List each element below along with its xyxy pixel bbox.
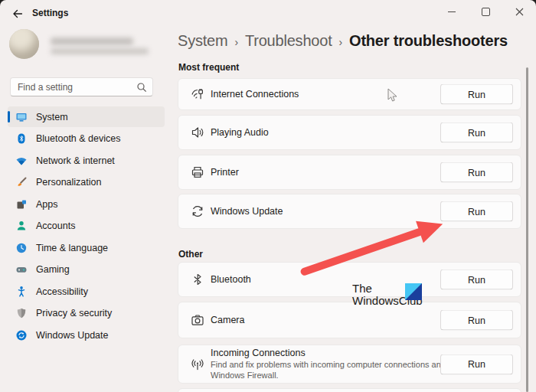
row-text: Incoming Connections Find and fix proble…	[211, 348, 456, 381]
shield-icon	[15, 307, 28, 319]
sidebar-item-windows-update[interactable]: Windows Update	[8, 325, 165, 345]
run-button-printer[interactable]: Run	[440, 162, 513, 183]
personalization-brush-icon	[15, 176, 28, 188]
section-label-other: Other	[178, 249, 203, 260]
close-icon	[515, 8, 524, 16]
run-button-camera[interactable]: Run	[440, 310, 513, 331]
back-button[interactable]	[6, 4, 29, 24]
sidebar-item-label: Apps	[36, 199, 58, 210]
row-title: Windows Update	[211, 206, 283, 217]
camera-icon	[191, 313, 204, 327]
close-button[interactable]	[502, 0, 536, 23]
sidebar-item-label: Windows Update	[36, 330, 109, 341]
row-description: Find and fix problems with incoming comp…	[211, 360, 456, 381]
row-partial-next	[178, 388, 521, 392]
search-input[interactable]	[11, 82, 136, 93]
scrollbar[interactable]	[526, 67, 528, 392]
sidebar-item-label: Accounts	[36, 220, 75, 231]
sidebar-item-label: Personalization	[36, 177, 101, 188]
sidebar-item-network-internet[interactable]: Network & internet	[8, 150, 165, 171]
section-label-most-frequent: Most frequent	[178, 62, 239, 73]
maximize-button[interactable]	[469, 0, 502, 23]
row-title: Camera	[211, 315, 244, 325]
sidebar: System Bluetooth & devices Network & int…	[0, 28, 172, 392]
chevron-right-icon: ›	[234, 36, 237, 48]
sidebar-item-label: Accessibility	[36, 286, 88, 297]
row-printer: Printer Run	[178, 155, 521, 190]
breadcrumb: System › Troubleshoot › Other troublesho…	[178, 32, 508, 50]
sidebar-item-accounts[interactable]: Accounts	[8, 216, 165, 237]
sidebar-item-apps[interactable]: Apps	[8, 194, 165, 214]
main-content: System › Troubleshoot › Other troublesho…	[178, 28, 521, 392]
chevron-right-icon: ›	[339, 36, 342, 48]
row-camera: Camera Run	[178, 302, 521, 338]
selected-accent-bar	[8, 111, 10, 122]
minimize-button[interactable]	[435, 0, 469, 23]
run-button-windows-update[interactable]: Run	[440, 201, 513, 222]
antenna-icon	[191, 358, 204, 371]
row-incoming-connections: Incoming Connections Find and fix proble…	[178, 345, 521, 384]
sidebar-item-system[interactable]: System	[8, 106, 165, 127]
row-playing-audio: Playing Audio Run	[178, 115, 521, 150]
row-bluetooth: Bluetooth Run	[178, 262, 521, 297]
back-arrow-icon	[11, 8, 24, 20]
avatar[interactable]	[9, 29, 39, 59]
sidebar-item-privacy-security[interactable]: Privacy & security	[8, 303, 165, 324]
sidebar-item-personalization[interactable]: Personalization	[8, 172, 165, 193]
sidebar-item-gaming[interactable]: Gaming	[8, 260, 165, 280]
sidebar-item-label: Bluetooth & devices	[36, 133, 121, 144]
sidebar-item-accessibility[interactable]: Accessibility	[8, 281, 165, 302]
sidebar-item-time-language[interactable]: Time & language	[8, 237, 165, 258]
sidebar-item-label: Network & internet	[36, 155, 115, 166]
maximize-icon	[482, 8, 490, 16]
bluetooth-rune-icon	[191, 273, 204, 286]
system-icon	[15, 111, 28, 123]
sidebar-item-label: Gaming	[36, 264, 70, 275]
app-title: Settings	[32, 8, 68, 18]
settings-window: Settings System	[0, 0, 536, 392]
search-box[interactable]	[10, 77, 153, 96]
sidebar-item-label: Privacy & security	[36, 308, 112, 318]
run-button-internet-connections[interactable]: Run	[440, 84, 513, 105]
breadcrumb-troubleshoot[interactable]: Troubleshoot	[245, 32, 332, 50]
search-icon[interactable]	[136, 82, 147, 93]
network-icon	[15, 155, 28, 167]
bluetooth-badge-icon	[15, 132, 28, 145]
avatar-blurred-photo	[9, 29, 39, 59]
row-title: Bluetooth	[211, 274, 251, 285]
printer-icon	[191, 165, 204, 179]
sidebar-item-bluetooth-devices[interactable]: Bluetooth & devices	[8, 129, 165, 149]
internet-connections-icon	[191, 87, 204, 101]
sync-icon	[191, 204, 204, 218]
sidebar-item-label: Time & language	[36, 243, 108, 253]
user-email-redacted	[51, 48, 149, 54]
row-title: Incoming Connections	[211, 348, 456, 358]
user-name-redacted	[51, 38, 133, 45]
row-title: Printer	[211, 167, 239, 178]
breadcrumb-system[interactable]: System	[178, 32, 227, 50]
windows-update-icon	[15, 329, 28, 341]
minimize-icon	[448, 11, 456, 12]
page-title: Other troubleshooters	[349, 32, 508, 50]
row-title: Internet Connections	[211, 89, 299, 100]
sidebar-item-label: System	[36, 112, 68, 122]
row-windows-update: Windows Update Run	[178, 194, 521, 229]
gamepad-icon	[15, 263, 28, 276]
window-controls	[435, 0, 536, 23]
time-language-icon	[15, 242, 28, 254]
apps-icon	[15, 198, 28, 211]
row-internet-connections: Internet Connections Run	[178, 78, 521, 110]
run-button-bluetooth[interactable]: Run	[440, 270, 513, 290]
run-button-incoming-connections[interactable]: Run	[440, 354, 513, 374]
run-button-playing-audio[interactable]: Run	[440, 122, 513, 143]
accessibility-icon	[15, 286, 28, 298]
titlebar: Settings	[0, 0, 536, 28]
row-title: Playing Audio	[211, 127, 269, 138]
accounts-person-icon	[15, 220, 28, 232]
speaker-icon	[191, 126, 204, 139]
